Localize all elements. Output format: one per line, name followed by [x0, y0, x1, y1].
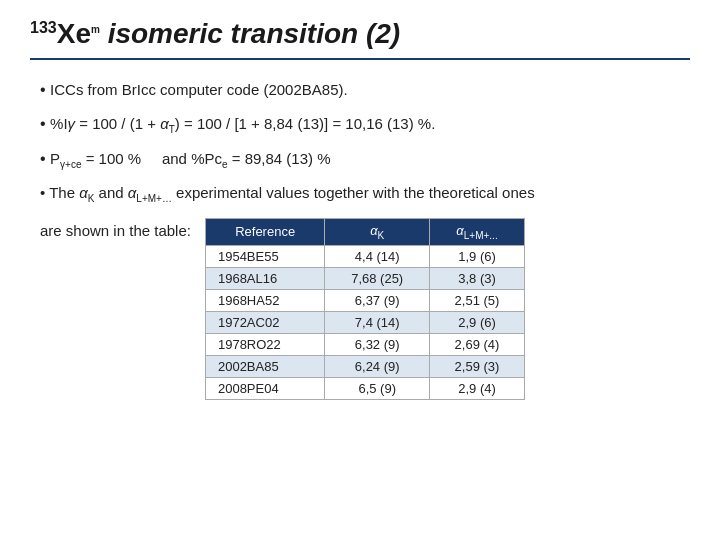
- bullet-2: %Iγ = 100 / (1 + αT) = 100 / [1 + 8,84 (…: [30, 112, 690, 137]
- cell-alpha-lm: 2,59 (3): [430, 355, 525, 377]
- cell-alpha-lm: 2,69 (4): [430, 333, 525, 355]
- table-row: 1968HA526,37 (9)2,51 (5): [205, 289, 524, 311]
- table-row: 1954BE554,4 (14)1,9 (6): [205, 245, 524, 267]
- cell-reference: 1968HA52: [205, 289, 324, 311]
- title-rest: isomeric transition (2): [100, 18, 400, 49]
- page-title: 133Xem isomeric transition (2): [30, 18, 400, 49]
- table-intro-text: are shown in the table:: [40, 218, 191, 239]
- element-symbol: Xe: [57, 18, 91, 49]
- cell-alpha-lm: 2,9 (6): [430, 311, 525, 333]
- cell-reference: 2008PE04: [205, 377, 324, 399]
- table-row: 1978RO226,32 (9)2,69 (4): [205, 333, 524, 355]
- cell-alpha-lm: 2,51 (5): [430, 289, 525, 311]
- cell-reference: 2002BA85: [205, 355, 324, 377]
- table-header-row: Reference αK αL+M+...: [205, 219, 524, 246]
- cell-alpha-k: 6,24 (9): [325, 355, 430, 377]
- table-row: 1972AC027,4 (14)2,9 (6): [205, 311, 524, 333]
- bullet-4-row: • The αK and αL+M+… experimental values …: [30, 182, 690, 206]
- cell-reference: 1978RO22: [205, 333, 324, 355]
- cell-alpha-k: 6,5 (9): [325, 377, 430, 399]
- title-bar: 133Xem isomeric transition (2): [30, 18, 690, 60]
- cell-alpha-lm: 3,8 (3): [430, 267, 525, 289]
- col-header-alpha-lm: αL+M+...: [430, 219, 525, 246]
- cell-alpha-lm: 2,9 (4): [430, 377, 525, 399]
- cell-alpha-k: 7,68 (25): [325, 267, 430, 289]
- slide: 133Xem isomeric transition (2) ICCs from…: [0, 0, 720, 540]
- content-area: ICCs from BrIcc computer code (2002BA85)…: [30, 78, 690, 400]
- bullet-symbol: •: [40, 184, 49, 201]
- bullet-3: Pγ+ce = 100 % and %Pce = 89,84 (13) %: [30, 147, 690, 172]
- col-header-alpha-k: αK: [325, 219, 430, 246]
- data-table: Reference αK αL+M+... 1954BE554,4 (14)1,…: [205, 218, 525, 400]
- element-superscript: m: [91, 24, 100, 35]
- cell-alpha-lm: 1,9 (6): [430, 245, 525, 267]
- table-row: 1968AL167,68 (25)3,8 (3): [205, 267, 524, 289]
- cell-reference: 1972AC02: [205, 311, 324, 333]
- col-header-reference: Reference: [205, 219, 324, 246]
- table-section: are shown in the table: Reference αK αL+…: [30, 218, 690, 400]
- bullet-1: ICCs from BrIcc computer code (2002BA85)…: [30, 78, 690, 102]
- cell-alpha-k: 4,4 (14): [325, 245, 430, 267]
- cell-alpha-k: 6,32 (9): [325, 333, 430, 355]
- table-row: 2002BA856,24 (9)2,59 (3): [205, 355, 524, 377]
- cell-alpha-k: 6,37 (9): [325, 289, 430, 311]
- cell-alpha-k: 7,4 (14): [325, 311, 430, 333]
- table-row: 2008PE046,5 (9)2,9 (4): [205, 377, 524, 399]
- isotope-number: 133: [30, 19, 57, 36]
- cell-reference: 1968AL16: [205, 267, 324, 289]
- cell-reference: 1954BE55: [205, 245, 324, 267]
